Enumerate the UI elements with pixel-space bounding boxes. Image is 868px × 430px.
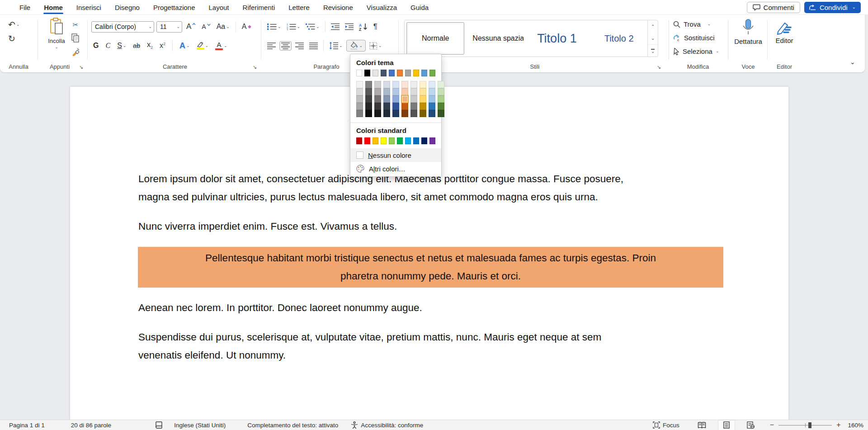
- tint-color-swatch[interactable]: [383, 88, 390, 95]
- chevron-down-icon[interactable]: ⌄: [378, 44, 382, 48]
- chevron-down-icon[interactable]: ⌄: [205, 44, 209, 48]
- tint-color-swatch[interactable]: [356, 88, 363, 95]
- theme-color-swatch[interactable]: [373, 70, 378, 76]
- tint-color-swatch[interactable]: [438, 103, 444, 110]
- tint-color-swatch[interactable]: [438, 110, 444, 117]
- find-button[interactable]: Trova ⌄: [673, 19, 719, 30]
- read-mode-button[interactable]: [692, 420, 712, 430]
- tint-color-swatch[interactable]: [438, 88, 444, 95]
- menu-tab-riferimenti[interactable]: Riferimenti: [236, 0, 282, 14]
- zoom-slider-thumb[interactable]: [808, 422, 811, 428]
- subscript-button[interactable]: x2: [145, 40, 155, 51]
- zoom-slider[interactable]: [778, 425, 832, 425]
- tint-color-swatch[interactable]: [420, 110, 426, 117]
- comments-button[interactable]: Commenti: [747, 2, 800, 13]
- tint-color-swatch[interactable]: [374, 88, 381, 95]
- tint-color-swatch[interactable]: [383, 95, 390, 103]
- align-left-button[interactable]: [265, 41, 278, 51]
- tint-color-swatch[interactable]: [429, 110, 435, 117]
- paragraph[interactable]: Nunc viverra imperdiet enim. Fusce est. …: [138, 217, 722, 236]
- multilevel-list-button[interactable]: ⌄: [304, 22, 321, 32]
- menu-tab-home[interactable]: Home: [37, 0, 70, 14]
- theme-color-swatch[interactable]: [429, 70, 435, 76]
- tint-color-swatch[interactable]: [410, 103, 417, 110]
- tint-color-swatch[interactable]: [383, 81, 390, 88]
- bold-button[interactable]: G: [91, 41, 100, 51]
- share-button[interactable]: Condividi ⌄: [804, 2, 861, 13]
- style-titolo-1[interactable]: Titolo 1: [524, 20, 590, 57]
- style-nessuna-spaziatu[interactable]: Nessuna spaziatu: [466, 20, 524, 57]
- tint-color-swatch[interactable]: [365, 103, 372, 110]
- standard-color-swatch[interactable]: [405, 137, 411, 144]
- collapse-ribbon-chevron[interactable]: ⌄: [850, 58, 855, 66]
- numbering-button[interactable]: 123 ⌄: [285, 22, 302, 32]
- tint-color-swatch[interactable]: [438, 81, 444, 88]
- menu-tab-visualizza[interactable]: Visualizza: [360, 0, 404, 14]
- tint-color-swatch[interactable]: [365, 81, 372, 88]
- theme-color-swatch[interactable]: [397, 70, 403, 76]
- standard-color-swatch[interactable]: [429, 137, 435, 144]
- tint-color-swatch[interactable]: [356, 103, 363, 110]
- highlight-color-button[interactable]: ⌄: [195, 40, 211, 51]
- font-color-button[interactable]: A ⌄: [213, 40, 229, 52]
- standard-color-swatch[interactable]: [356, 137, 362, 144]
- chevron-down-icon[interactable]: ⌄: [359, 44, 363, 48]
- chevron-down-icon[interactable]: ⌄: [708, 22, 711, 26]
- chevron-down-icon[interactable]: ⌄: [852, 5, 856, 9]
- style-titolo-2[interactable]: Titolo 2: [590, 20, 647, 57]
- page-number-status[interactable]: Pagina 1 di 1: [9, 422, 45, 429]
- tint-color-swatch[interactable]: [383, 110, 390, 117]
- standard-color-swatch[interactable]: [381, 137, 387, 144]
- tint-color-swatch[interactable]: [365, 95, 372, 103]
- change-case-button[interactable]: Aa ⌄: [215, 22, 231, 32]
- editor-button[interactable]: Editor: [770, 20, 799, 44]
- gallery-scroll-up[interactable]: ⌃: [648, 20, 658, 32]
- align-center-button[interactable]: [279, 41, 292, 51]
- text-completion-status[interactable]: Completamento del testo: attivato: [247, 422, 338, 429]
- tint-color-swatch[interactable]: [410, 81, 417, 88]
- tint-color-swatch[interactable]: [365, 110, 372, 117]
- dictate-button[interactable]: Dettatura: [731, 19, 766, 45]
- menu-tab-disegno[interactable]: Disegno: [108, 0, 146, 14]
- standard-color-swatch[interactable]: [373, 137, 378, 144]
- tint-color-swatch[interactable]: [401, 103, 408, 110]
- word-count-status[interactable]: 20 di 86 parole: [71, 422, 111, 429]
- gallery-scroll-down[interactable]: ⌄: [648, 32, 658, 44]
- standard-color-swatch[interactable]: [421, 137, 427, 144]
- tint-color-swatch[interactable]: [429, 88, 435, 95]
- language-status[interactable]: Inglese (Stati Uniti): [174, 422, 226, 429]
- grow-font-button[interactable]: A: [184, 21, 198, 33]
- tint-color-swatch[interactable]: [356, 95, 363, 103]
- standard-color-swatch[interactable]: [389, 137, 395, 144]
- tint-color-swatch[interactable]: [374, 110, 381, 117]
- tint-color-swatch[interactable]: [420, 81, 426, 88]
- shrink-font-button[interactable]: A: [200, 22, 212, 32]
- tint-color-swatch[interactable]: [392, 95, 399, 103]
- document-body[interactable]: Lorem ipsum dolor sit amet, consectetuer…: [138, 170, 722, 376]
- bullets-button[interactable]: ⌄: [265, 22, 283, 32]
- tint-color-swatch[interactable]: [429, 95, 435, 103]
- no-color-item[interactable]: Nessun colore: [350, 148, 441, 162]
- tint-color-swatch[interactable]: [374, 95, 381, 103]
- carattere-dialog-launcher[interactable]: ↘: [253, 65, 257, 70]
- strikethrough-button[interactable]: ab: [131, 41, 142, 50]
- tint-color-swatch[interactable]: [401, 88, 408, 95]
- web-layout-button[interactable]: [741, 420, 760, 430]
- theme-color-swatch[interactable]: [413, 70, 419, 76]
- superscript-button[interactable]: x2: [158, 41, 167, 51]
- zoom-in-button[interactable]: +: [836, 421, 840, 429]
- clear-formatting-button[interactable]: A: [240, 22, 254, 32]
- format-painter-button[interactable]: [70, 47, 81, 58]
- select-button[interactable]: Seleziona ⌄: [673, 46, 719, 57]
- chevron-down-icon[interactable]: ⌄: [278, 25, 281, 29]
- theme-color-swatch[interactable]: [356, 70, 362, 76]
- shading-button[interactable]: ⌄: [346, 40, 366, 52]
- menu-tab-file[interactable]: File: [13, 0, 37, 14]
- tint-color-swatch[interactable]: [356, 110, 363, 117]
- standard-color-swatch[interactable]: [397, 137, 403, 144]
- menu-tab-guida[interactable]: Guida: [404, 0, 435, 14]
- tint-color-swatch[interactable]: [392, 103, 399, 110]
- zoom-out-button[interactable]: −: [770, 421, 774, 429]
- chevron-down-icon[interactable]: ⌄: [297, 25, 301, 29]
- accessibility-status[interactable]: Accessibilità: conforme: [351, 421, 423, 429]
